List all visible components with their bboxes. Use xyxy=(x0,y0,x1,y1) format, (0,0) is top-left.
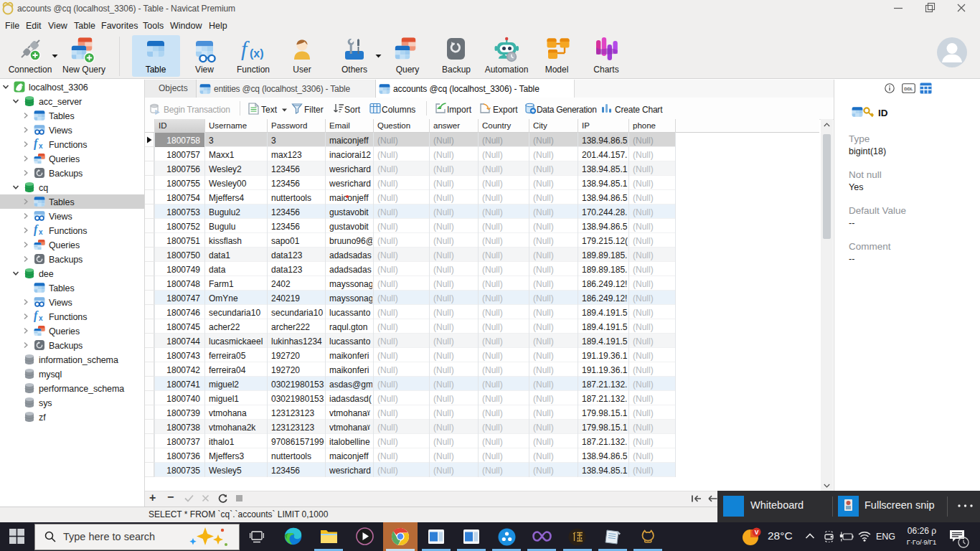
svg-text:V: V xyxy=(755,529,759,536)
svg-text:DDL: DDL xyxy=(904,87,913,91)
